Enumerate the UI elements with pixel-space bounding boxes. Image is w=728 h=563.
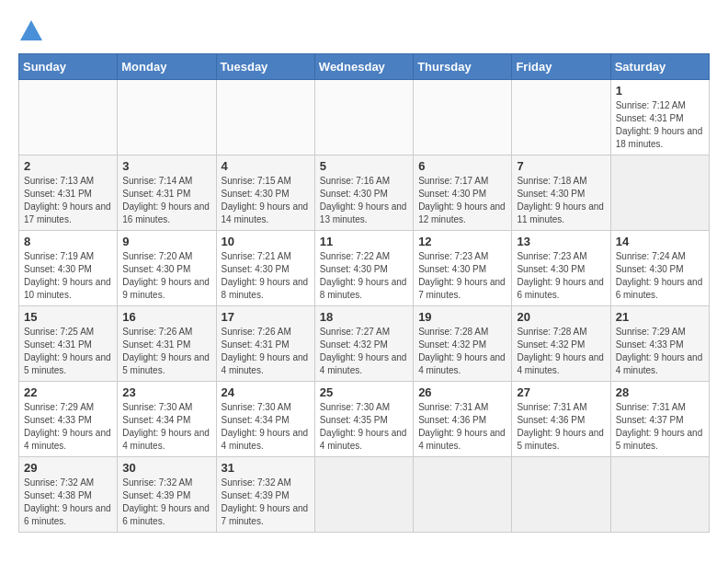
day-number: 8 — [24, 235, 112, 248]
day-info: Sunrise: 7:31 AMSunset: 4:36 PMDaylight:… — [418, 402, 506, 451]
calendar-cell: 17 Sunrise: 7:26 AMSunset: 4:31 PMDaylig… — [216, 306, 314, 382]
header-friday: Friday — [512, 54, 610, 80]
day-number: 2 — [24, 159, 112, 173]
day-number: 3 — [122, 159, 210, 173]
header-tuesday: Tuesday — [216, 54, 314, 80]
day-number: 24 — [222, 385, 310, 399]
calendar-week-6: 29 Sunrise: 7:32 AMSunset: 4:38 PMDaylig… — [19, 457, 710, 533]
day-number: 12 — [418, 235, 506, 248]
calendar-cell: 22 Sunrise: 7:29 AMSunset: 4:33 PMDaylig… — [19, 382, 118, 457]
day-number: 6 — [418, 159, 506, 173]
calendar-cell: 23 Sunrise: 7:30 AMSunset: 4:34 PMDaylig… — [118, 382, 216, 457]
calendar-week-1: 1 Sunrise: 7:12 AMSunset: 4:31 PMDayligh… — [19, 80, 710, 155]
day-info: Sunrise: 7:28 AMSunset: 4:32 PMDaylight:… — [517, 327, 604, 375]
day-info: Sunrise: 7:32 AMSunset: 4:38 PMDaylight:… — [24, 477, 111, 526]
calendar-cell: 9 Sunrise: 7:20 AMSunset: 4:30 PMDayligh… — [118, 231, 216, 306]
calendar-cell: 31 Sunrise: 7:32 AMSunset: 4:39 PMDaylig… — [216, 457, 314, 533]
day-info: Sunrise: 7:26 AMSunset: 4:31 PMDaylight:… — [222, 327, 309, 375]
calendar-cell: 24 Sunrise: 7:30 AMSunset: 4:34 PMDaylig… — [216, 382, 314, 457]
day-number: 11 — [320, 235, 408, 248]
day-info: Sunrise: 7:29 AMSunset: 4:33 PMDaylight:… — [616, 327, 703, 375]
day-number: 4 — [222, 159, 310, 173]
day-number: 31 — [222, 461, 310, 475]
day-number: 25 — [320, 385, 408, 399]
day-number: 16 — [122, 310, 210, 324]
day-number: 10 — [222, 235, 310, 248]
calendar-cell — [314, 80, 413, 155]
day-number: 29 — [24, 461, 112, 475]
day-info: Sunrise: 7:16 AMSunset: 4:30 PMDaylight:… — [320, 176, 407, 224]
day-info: Sunrise: 7:14 AMSunset: 4:31 PMDaylight:… — [122, 176, 210, 224]
day-info: Sunrise: 7:23 AMSunset: 4:30 PMDaylight:… — [418, 251, 506, 300]
calendar-cell: 15 Sunrise: 7:25 AMSunset: 4:31 PMDaylig… — [19, 306, 118, 382]
calendar-cell — [118, 80, 216, 155]
header-wednesday: Wednesday — [314, 54, 413, 80]
calendar-cell: 28 Sunrise: 7:31 AMSunset: 4:37 PMDaylig… — [610, 382, 709, 457]
day-info: Sunrise: 7:30 AMSunset: 4:34 PMDaylight:… — [222, 402, 309, 451]
day-info: Sunrise: 7:29 AMSunset: 4:33 PMDaylight:… — [24, 402, 111, 451]
calendar-cell: 19 Sunrise: 7:28 AMSunset: 4:32 PMDaylig… — [414, 306, 512, 382]
calendar-cell — [512, 80, 610, 155]
calendar-cell: 18 Sunrise: 7:27 AMSunset: 4:32 PMDaylig… — [314, 306, 413, 382]
day-number: 26 — [418, 385, 506, 399]
day-info: Sunrise: 7:21 AMSunset: 4:30 PMDaylight:… — [222, 251, 309, 300]
day-number: 7 — [517, 159, 605, 173]
calendar-cell: 10 Sunrise: 7:21 AMSunset: 4:30 PMDaylig… — [216, 231, 314, 306]
day-info: Sunrise: 7:26 AMSunset: 4:31 PMDaylight:… — [122, 327, 210, 375]
header-saturday: Saturday — [610, 54, 709, 80]
day-number: 1 — [616, 84, 704, 98]
day-number: 28 — [616, 385, 704, 399]
calendar-cell — [610, 457, 709, 533]
calendar-week-4: 15 Sunrise: 7:25 AMSunset: 4:31 PMDaylig… — [19, 306, 710, 382]
day-number: 13 — [517, 235, 605, 248]
calendar-cell: 16 Sunrise: 7:26 AMSunset: 4:31 PMDaylig… — [118, 306, 216, 382]
calendar-cell — [414, 80, 512, 155]
day-info: Sunrise: 7:23 AMSunset: 4:30 PMDaylight:… — [517, 251, 604, 300]
day-number: 18 — [320, 310, 408, 324]
day-info: Sunrise: 7:30 AMSunset: 4:35 PMDaylight:… — [320, 402, 407, 451]
day-info: Sunrise: 7:24 AMSunset: 4:30 PMDaylight:… — [616, 251, 703, 300]
calendar-cell: 26 Sunrise: 7:31 AMSunset: 4:36 PMDaylig… — [414, 382, 512, 457]
calendar-cell: 3 Sunrise: 7:14 AMSunset: 4:31 PMDayligh… — [118, 155, 216, 231]
calendar-cell — [19, 80, 118, 155]
calendar-cell: 20 Sunrise: 7:28 AMSunset: 4:32 PMDaylig… — [512, 306, 610, 382]
day-info: Sunrise: 7:12 AMSunset: 4:31 PMDaylight:… — [616, 100, 703, 149]
calendar-cell: 30 Sunrise: 7:32 AMSunset: 4:39 PMDaylig… — [118, 457, 216, 533]
calendar-week-2: 2 Sunrise: 7:13 AMSunset: 4:31 PMDayligh… — [19, 155, 710, 231]
svg-marker-0 — [20, 20, 42, 40]
logo-icon — [18, 18, 44, 44]
day-info: Sunrise: 7:15 AMSunset: 4:30 PMDaylight:… — [222, 176, 309, 224]
page-header — [18, 18, 710, 44]
calendar-cell: 12 Sunrise: 7:23 AMSunset: 4:30 PMDaylig… — [414, 231, 512, 306]
day-info: Sunrise: 7:20 AMSunset: 4:30 PMDaylight:… — [122, 251, 210, 300]
day-info: Sunrise: 7:18 AMSunset: 4:30 PMDaylight:… — [517, 176, 604, 224]
calendar-cell — [314, 457, 413, 533]
calendar-cell — [414, 457, 512, 533]
day-info: Sunrise: 7:17 AMSunset: 4:30 PMDaylight:… — [418, 176, 506, 224]
day-info: Sunrise: 7:13 AMSunset: 4:31 PMDaylight:… — [24, 176, 111, 224]
day-number: 5 — [320, 159, 408, 173]
logo — [18, 18, 48, 44]
calendar-week-5: 22 Sunrise: 7:29 AMSunset: 4:33 PMDaylig… — [19, 382, 710, 457]
calendar-cell: 6 Sunrise: 7:17 AMSunset: 4:30 PMDayligh… — [414, 155, 512, 231]
calendar-cell: 4 Sunrise: 7:15 AMSunset: 4:30 PMDayligh… — [216, 155, 314, 231]
calendar-cell: 27 Sunrise: 7:31 AMSunset: 4:36 PMDaylig… — [512, 382, 610, 457]
day-info: Sunrise: 7:28 AMSunset: 4:32 PMDaylight:… — [418, 327, 506, 375]
calendar-cell: 5 Sunrise: 7:16 AMSunset: 4:30 PMDayligh… — [314, 155, 413, 231]
day-number: 30 — [122, 461, 210, 475]
day-info: Sunrise: 7:19 AMSunset: 4:30 PMDaylight:… — [24, 251, 111, 300]
day-number: 14 — [616, 235, 704, 248]
calendar-cell: 1 Sunrise: 7:12 AMSunset: 4:31 PMDayligh… — [610, 80, 709, 155]
day-number: 19 — [418, 310, 506, 324]
calendar-cell — [216, 80, 314, 155]
calendar-cell: 14 Sunrise: 7:24 AMSunset: 4:30 PMDaylig… — [610, 231, 709, 306]
day-info: Sunrise: 7:32 AMSunset: 4:39 PMDaylight:… — [122, 477, 210, 526]
day-number: 22 — [24, 385, 112, 399]
calendar-cell: 21 Sunrise: 7:29 AMSunset: 4:33 PMDaylig… — [610, 306, 709, 382]
day-number: 21 — [616, 310, 704, 324]
calendar-table: SundayMondayTuesdayWednesdayThursdayFrid… — [18, 53, 710, 533]
day-number: 15 — [24, 310, 112, 324]
calendar-cell: 8 Sunrise: 7:19 AMSunset: 4:30 PMDayligh… — [19, 231, 118, 306]
day-number: 17 — [222, 310, 310, 324]
calendar-header-row: SundayMondayTuesdayWednesdayThursdayFrid… — [19, 54, 710, 80]
